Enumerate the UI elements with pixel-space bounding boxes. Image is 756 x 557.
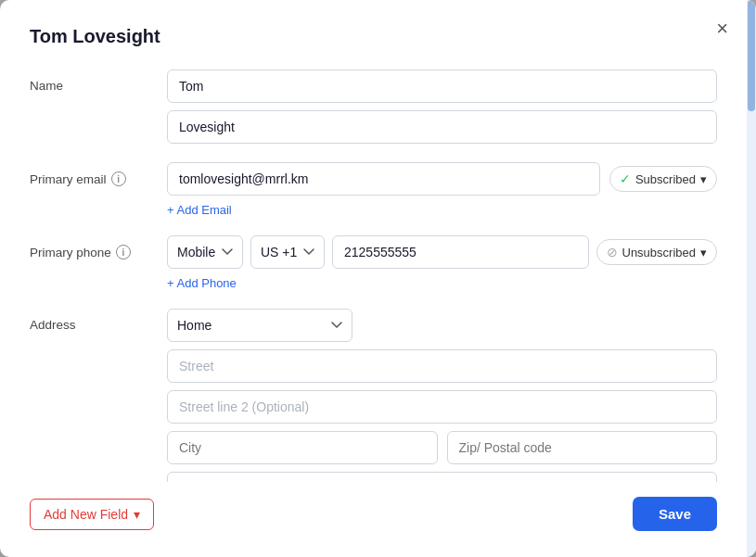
unsubscribed-icon: ⊘ bbox=[607, 245, 618, 260]
unsubscribed-badge[interactable]: ⊘ Unsubscribed ▾ bbox=[596, 239, 718, 265]
email-input-row: ✓ Subscribed ▾ bbox=[167, 162, 717, 196]
city-input[interactable] bbox=[167, 431, 438, 464]
unsubscribed-label: Unsubscribed bbox=[622, 246, 697, 260]
address-fields: Home Country ▾ bbox=[167, 309, 717, 505]
phone-number-input[interactable] bbox=[332, 235, 589, 269]
add-email-button[interactable]: + Add Email bbox=[167, 203, 717, 217]
phone-fields: Mobile US +1 ⊘ Unsubscribed ▾ + Add Phon… bbox=[167, 235, 717, 290]
add-new-field-label: Add New Field bbox=[44, 507, 128, 522]
close-button[interactable]: × bbox=[716, 19, 728, 39]
name-row: Name bbox=[30, 70, 717, 144]
last-name-input[interactable] bbox=[167, 110, 717, 144]
street2-input[interactable] bbox=[167, 390, 717, 424]
save-button[interactable]: Save bbox=[633, 497, 717, 531]
name-label: Name bbox=[30, 70, 167, 93]
phone-type-select[interactable]: Mobile bbox=[167, 235, 243, 269]
modal: × Tom Lovesight Name Primary email i bbox=[0, 0, 756, 557]
address-row: Address Home Country ▾ bbox=[30, 309, 717, 505]
subscribed-check-icon: ✓ bbox=[620, 171, 631, 186]
scrollbar-thumb[interactable] bbox=[748, 0, 755, 111]
subscribed-badge[interactable]: ✓ Subscribed ▾ bbox=[609, 166, 717, 192]
primary-email-row: Primary email i ✓ Subscribed ▾ + Add Ema… bbox=[30, 162, 717, 217]
footer-bar: Add New Field ▾ Save bbox=[30, 482, 717, 531]
unsubscribed-chevron-icon: ▾ bbox=[700, 246, 707, 260]
phone-input-row: Mobile US +1 ⊘ Unsubscribed ▾ bbox=[167, 235, 717, 269]
primary-email-label: Primary email i bbox=[30, 162, 167, 186]
modal-title: Tom Lovesight bbox=[30, 26, 717, 47]
scrollbar-track[interactable] bbox=[747, 0, 756, 557]
add-new-field-chevron-icon: ▾ bbox=[134, 507, 140, 522]
phone-country-select[interactable]: US +1 bbox=[250, 235, 325, 269]
primary-phone-info-icon[interactable]: i bbox=[116, 245, 131, 260]
address-label: Address bbox=[30, 309, 167, 332]
modal-body: × Tom Lovesight Name Primary email i bbox=[0, 0, 747, 557]
add-new-field-button[interactable]: Add New Field ▾ bbox=[30, 499, 154, 530]
first-name-input[interactable] bbox=[167, 70, 717, 103]
city-zip-row bbox=[167, 431, 717, 464]
subscribed-chevron-icon: ▾ bbox=[700, 172, 707, 186]
primary-email-input[interactable] bbox=[167, 162, 600, 196]
add-phone-button[interactable]: + Add Phone bbox=[167, 276, 717, 290]
zip-input[interactable] bbox=[447, 431, 718, 464]
primary-email-info-icon[interactable]: i bbox=[111, 171, 126, 186]
street-input[interactable] bbox=[167, 349, 717, 383]
name-fields bbox=[167, 70, 717, 144]
primary-phone-row: Primary phone i Mobile US +1 ⊘ bbox=[30, 235, 717, 290]
email-fields: ✓ Subscribed ▾ + Add Email bbox=[167, 162, 717, 217]
subscribed-label: Subscribed bbox=[635, 172, 696, 186]
address-type-select[interactable]: Home bbox=[167, 309, 352, 342]
primary-phone-label: Primary phone i bbox=[30, 235, 167, 260]
modal-overlay: × Tom Lovesight Name Primary email i bbox=[0, 0, 756, 557]
